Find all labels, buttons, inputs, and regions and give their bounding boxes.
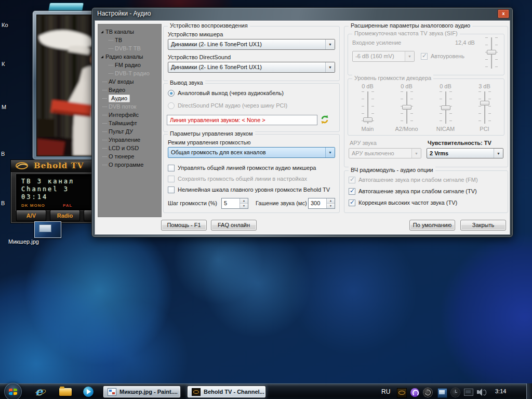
tray-network-display-icon[interactable] [464,389,473,396]
tree-item-remote[interactable]: Пульт ДУ [98,127,162,136]
windows-explorer-icon[interactable] [59,388,72,396]
tray-image-icon[interactable] [437,388,447,398]
save-volume-checkbox[interactable] [168,176,175,182]
sensitivity-combo[interactable]: 2 Vrms▼ [427,148,503,158]
group-title: Промежуточная частота TV звука (SIF) [352,30,460,36]
hf-correction-checkbox[interactable]: ✓ [349,200,355,206]
analog-output-radio[interactable] [168,90,175,97]
spinner-buttons[interactable]: ▲▼ [240,198,248,208]
tree-item-dvbt-radio[interactable]: DVB-T радио [98,69,162,77]
chevron-down-icon[interactable]: ▼ [325,148,335,157]
desktop-icon-label[interactable]: Микшер.jpg [8,238,86,245]
nonlinear-scale-checkbox[interactable] [168,187,175,193]
sound-control-line-field[interactable]: Линия управления звуком: < None > [167,115,317,125]
refresh-icon[interactable] [320,114,330,125]
desktop-icon-label-fragment[interactable]: Ко [2,22,8,28]
volume-slider[interactable] [400,91,414,124]
tree-connector [102,165,107,165]
settings-dialog[interactable]: Настройки - Аудио x ТВ каналы ТВ DVB-T Т… [91,7,513,237]
slider-thumb[interactable] [363,117,373,122]
taskbar-window-behold[interactable]: Behold TV - Channel... [187,385,266,398]
desktop-icon-label-fragment[interactable]: В [1,151,5,157]
tree-item-audio-selected[interactable]: Аудио [98,94,162,102]
pcm-output-radio[interactable] [168,102,175,109]
agc-combo[interactable]: АРУ выключено▼ [349,148,421,158]
tree-item-video[interactable]: Видео [98,86,162,94]
check-icon: ✓ [350,187,355,194]
sif-level-value: 12,4 dB [455,39,475,46]
chevron-down-icon[interactable]: ▼ [494,149,503,158]
behold-radio-button[interactable]: Radio [50,210,80,221]
slider-thumb[interactable] [402,105,411,110]
sif-level-slider[interactable] [484,37,499,69]
slider-thumb[interactable] [480,101,489,105]
volume-step-spinner[interactable]: 5 ▲▼ [221,198,248,209]
chevron-down-icon: ▼ [411,149,421,158]
tree-item-fm-radio[interactable]: FM радио [98,61,162,69]
desktop-icon-label-fragment[interactable]: М [2,104,6,110]
autolevel-checkbox[interactable]: ✓ [421,53,428,60]
lcd-audio-standard: DK MONO [21,203,45,208]
fm-mute-checkbox[interactable]: ✓ [349,177,355,183]
chevron-down-icon[interactable]: ▼ [325,62,335,72]
slider-thumb[interactable] [441,105,450,110]
tree-item-av-inputs[interactable]: AV входы [98,77,162,86]
show-desktop-button[interactable] [526,383,532,399]
tree-expand-icon[interactable] [101,31,103,33]
tree-item-dvbt-tv[interactable]: DVB-T ТВ [98,44,162,52]
tv-mute-checkbox[interactable]: ✓ [349,188,355,195]
mute-time-spinner[interactable]: 300 ▲▼ [308,198,335,209]
defaults-button[interactable]: По умолчанию [409,220,455,231]
behold-av-button[interactable]: A/V [16,210,46,221]
internet-explorer-icon[interactable]: e [34,386,46,397]
spin-up-icon[interactable]: ▲ [240,198,248,204]
close-dialog-button[interactable]: Закрыть [460,220,506,231]
tray-shutter-icon[interactable] [423,388,432,397]
close-button[interactable]: x [498,9,509,18]
mixer-device-combo[interactable]: Динамики (2- Line 6 TonePort UX1)▼ [168,39,335,50]
tree-item-control[interactable]: Управление [98,136,162,144]
tree-item-dvb-stream[interactable]: DVB поток [98,102,162,111]
desktop-icon-mixer-image[interactable] [34,221,61,238]
spin-up-icon[interactable]: ▲ [327,198,335,204]
spin-down-icon[interactable]: ▼ [327,204,335,208]
tree-expand-icon[interactable] [101,56,103,58]
volume-slider[interactable] [438,91,453,124]
tray-clock-icon[interactable] [451,388,460,397]
slider-db-value: 0 dB [387,83,426,89]
desktop-icon-label-fragment[interactable]: К [2,61,5,67]
input-gain-combo[interactable]: -6 dB (160 mV)▼ [352,51,415,62]
dialog-client-area: ТВ каналы ТВ DVB-T ТВ Радио каналы FM ра… [95,20,510,235]
analog-output-label: Аналоговый выход (через аудиокабель) [178,90,284,96]
clock[interactable]: 3:14 [495,388,506,394]
spinner-buttons[interactable]: ▲▼ [326,198,335,208]
language-indicator[interactable]: RU [381,388,390,395]
tree-item-about-program[interactable]: О программе [98,161,162,169]
faq-button[interactable]: FAQ онлайн [211,220,257,231]
tree-item-tv-channels[interactable]: ТВ каналы [98,28,162,36]
volume-slider[interactable] [477,91,492,124]
mixer-line-checkbox[interactable] [168,165,175,171]
tree-item-radio-channels[interactable]: Радио каналы [98,52,162,61]
tree-item-interface[interactable]: Интерфейс [98,111,162,119]
tree-item-timeshift[interactable]: Таймшифт [98,119,162,127]
taskbar-window-paint[interactable]: Микшер.jpg - Paint.... [103,385,181,398]
tray-volume-icon[interactable] [477,388,486,397]
slider-thumb[interactable] [487,50,496,55]
group-title: ВЧ радиомодуль - аудио опции [349,167,435,173]
media-player-icon[interactable] [83,387,94,397]
tray-behold-icon[interactable] [397,388,407,398]
spin-down-icon[interactable]: ▼ [240,204,248,208]
start-button[interactable] [4,383,22,399]
desktop-icon-label-fragment[interactable]: В [1,200,5,206]
chevron-down-icon[interactable]: ▼ [325,39,335,49]
tree-item-about-tuner[interactable]: О тюнере [98,152,162,161]
tree-item-lcd-osd[interactable]: LCD и OSD [98,144,162,152]
tree-item-tv[interactable]: ТВ [98,36,162,44]
slider-db-value: 0 dB [348,83,387,89]
volume-slider[interactable] [361,91,375,124]
tray-torrent-icon[interactable] [410,388,419,397]
volume-mode-combo[interactable]: Общая громкость для всех каналов▼ [168,147,335,158]
help-button[interactable]: Помощь - F1 [161,220,207,231]
directsound-device-combo[interactable]: Динамики (2- Line 6 TonePort UX1)▼ [168,62,335,73]
